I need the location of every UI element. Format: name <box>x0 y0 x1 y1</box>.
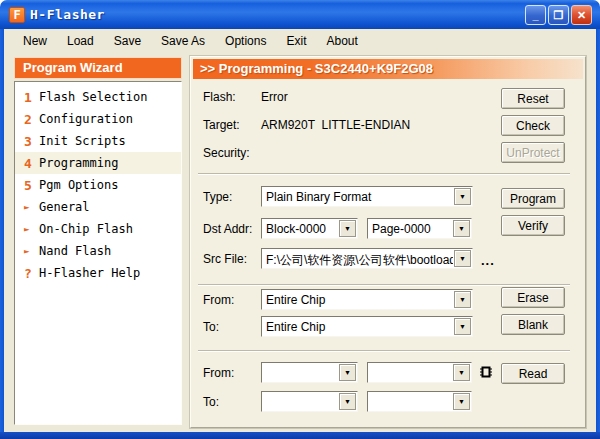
dst-block-combo[interactable]: Block-0000 ▼ <box>261 218 358 239</box>
check-button[interactable]: Check <box>501 115 565 136</box>
menu-save[interactable]: Save <box>105 31 150 51</box>
sidebar-item-on-chip-flash[interactable]: ► On-Chip Flash <box>15 218 181 240</box>
program-button[interactable]: Program <box>501 188 565 209</box>
app-logo-icon: F <box>9 7 25 23</box>
erase-to-combo[interactable]: Entire Chip ▼ <box>261 316 473 337</box>
section-divider <box>198 350 570 352</box>
chevron-down-icon[interactable]: ▼ <box>453 393 470 410</box>
dst-page-combo[interactable]: Page-0000 ▼ <box>367 218 472 239</box>
reset-button[interactable]: Reset <box>501 88 565 109</box>
chevron-down-icon[interactable]: ▼ <box>339 220 356 237</box>
browse-button[interactable]: ... <box>481 253 495 268</box>
erase-button[interactable]: Erase <box>501 287 565 308</box>
menu-save-as[interactable]: Save As <box>152 31 214 51</box>
read-from-combo-1[interactable]: ▼ <box>261 362 358 383</box>
type-combo[interactable]: Plain Binary Format ▼ <box>261 186 473 207</box>
menu-exit[interactable]: Exit <box>277 31 315 51</box>
sidebar-item-configuration[interactable]: 2 Configuration <box>15 108 181 130</box>
sidebar-item-init-scripts[interactable]: 3 Init Scripts <box>15 130 181 152</box>
app-window: F H-Flasher _ ❐ ✕ New Load Save Save As … <box>0 0 600 439</box>
target-value: ARM920T LITTLE-ENDIAN <box>261 118 410 132</box>
erase-from-combo[interactable]: Entire Chip ▼ <box>261 289 473 310</box>
flash-label: Flash: <box>203 90 236 104</box>
section-divider <box>198 284 570 286</box>
window-border-left <box>0 28 4 439</box>
sidebar-item-programming[interactable]: 4 Programming <box>15 152 181 174</box>
read-button[interactable]: Read <box>501 363 565 384</box>
close-button[interactable]: ✕ <box>571 5 592 25</box>
arrow-icon: ► <box>24 202 39 212</box>
programming-panel: >> Programming - S3C2440+K9F2G08 Flash: … <box>190 56 586 428</box>
help-icon: ? <box>24 266 39 281</box>
read-to-combo-2[interactable]: ▼ <box>367 391 472 412</box>
menu-options[interactable]: Options <box>216 31 275 51</box>
chevron-down-icon[interactable]: ▼ <box>454 188 471 205</box>
read-from-combo-2[interactable]: ▼ <box>367 362 472 383</box>
read-to-combo-1[interactable]: ▼ <box>261 391 358 412</box>
src-file-combo[interactable]: F:\公司\软件资源\公司软件\bootload ▼ <box>261 248 473 269</box>
sidebar-item-help[interactable]: ? H-Flasher Help <box>15 262 181 284</box>
menu-new[interactable]: New <box>14 31 56 51</box>
minimize-button[interactable]: _ <box>525 5 546 25</box>
sidebar-item-general[interactable]: ► General <box>15 196 181 218</box>
menu-load[interactable]: Load <box>58 31 103 51</box>
menu-about[interactable]: About <box>317 31 366 51</box>
chevron-down-icon[interactable]: ▼ <box>454 250 471 267</box>
maximize-button[interactable]: ❐ <box>548 5 569 25</box>
read-from-label: From: <box>203 366 234 380</box>
title-bar[interactable]: F H-Flasher _ ❐ ✕ <box>0 0 600 29</box>
chevron-down-icon[interactable]: ▼ <box>453 364 470 381</box>
arrow-icon: ► <box>24 224 39 234</box>
step-1-icon: 1 <box>24 90 39 105</box>
erase-from-label: From: <box>203 293 234 307</box>
flash-value: Error <box>261 90 288 104</box>
blank-button[interactable]: Blank <box>501 314 565 335</box>
sidebar-item-flash-selection[interactable]: 1 Flash Selection <box>15 86 181 108</box>
step-5-icon: 5 <box>24 178 39 193</box>
security-label: Security: <box>203 146 250 160</box>
chevron-down-icon[interactable]: ▼ <box>339 364 356 381</box>
panel-title: >> Programming - S3C2440+K9F2G08 <box>193 59 583 79</box>
sidebar-item-pgm-options[interactable]: 5 Pgm Options <box>15 174 181 196</box>
step-4-icon: 4 <box>24 156 39 171</box>
chevron-down-icon[interactable]: ▼ <box>453 220 470 237</box>
type-label: Type: <box>203 190 232 204</box>
verify-button[interactable]: Verify <box>501 215 565 236</box>
window-border-right <box>596 28 600 439</box>
chip-icon <box>478 364 494 380</box>
window-border-bottom <box>0 432 600 439</box>
chevron-down-icon[interactable]: ▼ <box>454 318 471 335</box>
target-label: Target: <box>203 118 240 132</box>
window-title: H-Flasher <box>30 7 105 22</box>
step-2-icon: 2 <box>24 112 39 127</box>
dst-addr-label: Dst Addr: <box>203 222 252 236</box>
section-divider <box>198 173 570 175</box>
sidebar-item-nand-flash[interactable]: ► Nand Flash <box>15 240 181 262</box>
erase-to-label: To: <box>203 320 219 334</box>
unprotect-button: UnProtect <box>501 142 565 163</box>
src-file-label: Src File: <box>203 252 247 266</box>
menu-bar: New Load Save Save As Options Exit About <box>4 29 596 53</box>
chevron-down-icon[interactable]: ▼ <box>339 393 356 410</box>
wizard-list: 1 Flash Selection 2 Configuration 3 Init… <box>14 81 182 425</box>
read-to-label: To: <box>203 395 219 409</box>
arrow-icon: ► <box>24 246 39 256</box>
step-3-icon: 3 <box>24 134 39 149</box>
chevron-down-icon[interactable]: ▼ <box>454 291 471 308</box>
wizard-header: Program Wizard <box>14 57 182 79</box>
